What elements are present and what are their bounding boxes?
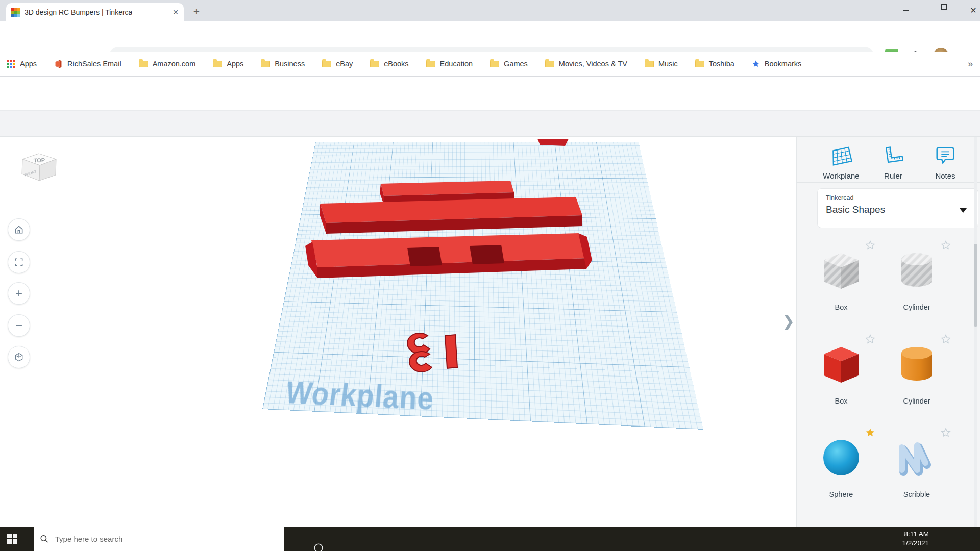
panel-collapse-chevron[interactable]: ❯ xyxy=(782,312,795,330)
folder-icon xyxy=(139,61,148,67)
panel-scrollbar-track[interactable] xyxy=(974,137,977,527)
window-minimize-button[interactable] xyxy=(891,0,921,20)
ruler-tool[interactable]: Ruler xyxy=(869,144,918,180)
model-parts[interactable] xyxy=(0,137,796,527)
office-icon xyxy=(54,60,63,68)
browser-toolbar: ← → tinkercad.com/things/9876Io6TMKk-rc-… xyxy=(0,21,980,52)
shape-sphere[interactable]: Sphere xyxy=(805,431,877,508)
bookmarks-overflow-chevron[interactable]: » xyxy=(968,59,973,69)
new-tab-button[interactable]: + xyxy=(190,6,203,19)
favorite-star-icon-filled[interactable] xyxy=(865,427,876,438)
favorite-star-icon[interactable] xyxy=(865,240,876,251)
scribble-thumb xyxy=(892,431,941,482)
shape-box-hole[interactable]: Box xyxy=(805,244,877,320)
folder-icon xyxy=(490,61,499,67)
bookmark-education[interactable]: Education xyxy=(426,60,473,68)
cylinder-hole-thumb xyxy=(892,244,941,295)
clock-time: 8:11 AM xyxy=(893,530,929,539)
windows-logo-icon xyxy=(7,533,18,544)
zoom-in-button[interactable]: + xyxy=(8,282,30,305)
ruler-icon xyxy=(881,144,905,167)
bookmark-ebooks[interactable]: eBooks xyxy=(370,60,408,68)
box-red-thumb xyxy=(817,338,866,389)
tinkercad-header: T I N K E R C A D RC Bumpers xyxy=(0,77,980,110)
favorite-star-icon[interactable] xyxy=(940,240,951,251)
tinkercad-toolbar: Import Export Send To xyxy=(0,110,980,137)
shape-cylinder-orange[interactable]: Cylinder xyxy=(881,338,952,414)
bookmark-ebay[interactable]: eBay xyxy=(322,60,353,68)
workplane-tool[interactable]: Workplane xyxy=(817,144,866,180)
perspective-toggle-button[interactable] xyxy=(8,346,30,368)
library-group-label: Tinkercad xyxy=(826,194,970,202)
browser-tab-strip: 3D design RC Bumpers | Tinkerca ✕ + ✕ xyxy=(0,0,980,21)
sphere-thumb xyxy=(817,431,866,482)
screen: 3D design RC Bumpers | Tinkerca ✕ + ✕ ← … xyxy=(0,0,980,551)
search-icon xyxy=(40,534,49,544)
bookmark-movies-tv[interactable]: Movies, Videos & TV xyxy=(545,60,627,68)
shape-cylinder-hole[interactable]: Cylinder xyxy=(881,244,952,320)
folder-icon xyxy=(370,61,379,67)
cortana-icon xyxy=(313,542,324,551)
browser-tab[interactable]: 3D design RC Bumpers | Tinkerca ✕ xyxy=(6,3,184,21)
folder-icon xyxy=(261,61,270,67)
taskbar-search-box[interactable] xyxy=(34,527,284,551)
bookmark-apps-folder[interactable]: Apps xyxy=(213,60,243,68)
folder-icon xyxy=(645,61,654,67)
bookmark-amazon[interactable]: Amazon.com xyxy=(139,60,196,68)
shape-scribble[interactable]: Scribble xyxy=(881,431,952,508)
folder-icon xyxy=(545,61,554,67)
window-close-button[interactable]: ✕ xyxy=(959,0,980,20)
blue-star-icon xyxy=(752,60,760,68)
favorite-star-icon[interactable] xyxy=(940,334,951,345)
workplane-icon xyxy=(829,144,853,167)
bookmark-business[interactable]: Business xyxy=(261,60,305,68)
taskbar-clock[interactable]: 8:11 AM 1/2/2021 xyxy=(893,530,929,548)
shape-box-red[interactable]: Box xyxy=(805,338,877,414)
start-button[interactable] xyxy=(0,527,24,551)
bookmark-bookmarks[interactable]: Bookmarks xyxy=(752,60,802,68)
fit-view-icon xyxy=(14,257,24,267)
folder-icon xyxy=(213,61,222,67)
design-viewport[interactable]: Workplane xyxy=(0,137,796,527)
shape-library-selector[interactable]: Tinkercad Basic Shapes xyxy=(817,188,978,228)
notes-icon xyxy=(934,144,957,167)
tinkercad-favicon xyxy=(11,8,20,17)
tab-close-icon[interactable]: ✕ xyxy=(173,9,179,16)
box-hole-thumb xyxy=(817,244,866,295)
folder-icon xyxy=(426,61,435,67)
bookmark-apps[interactable]: Apps xyxy=(7,60,37,68)
model-part-offscreen[interactable] xyxy=(537,139,569,146)
fit-view-button[interactable] xyxy=(8,251,30,273)
tab-title: 3D design RC Bumpers | Tinkerca xyxy=(24,8,132,16)
favorite-star-icon[interactable] xyxy=(865,334,876,345)
folder-icon xyxy=(322,61,331,67)
library-name: Basic Shapes xyxy=(826,204,970,215)
bookmark-toshiba[interactable]: Toshiba xyxy=(695,60,734,68)
bookmark-richsales-email[interactable]: RichSales Email xyxy=(54,60,121,68)
cortana-button[interactable] xyxy=(306,536,331,551)
bookmark-games[interactable]: Games xyxy=(490,60,528,68)
panel-tools-row: Workplane Ruler Notes xyxy=(817,144,970,180)
favorite-star-icon[interactable] xyxy=(940,427,951,438)
view-home-button[interactable] xyxy=(8,218,30,241)
window-restore-button[interactable] xyxy=(926,0,956,20)
folder-icon xyxy=(695,61,704,67)
bookmark-music[interactable]: Music xyxy=(645,60,678,68)
perspective-cube-icon xyxy=(14,352,24,362)
cylinder-orange-thumb xyxy=(892,338,941,389)
view-cube[interactable]: TOP FRONT xyxy=(0,137,82,198)
view-cube-top-label[interactable]: TOP xyxy=(33,157,45,163)
clock-date: 1/2/2021 xyxy=(893,539,929,548)
search-input[interactable] xyxy=(54,534,278,544)
home-icon xyxy=(14,224,24,235)
caret-down-icon xyxy=(960,208,967,213)
panel-divider xyxy=(796,182,980,183)
notes-tool[interactable]: Notes xyxy=(921,144,970,180)
bookmarks-bar: Apps RichSales Email Amazon.com Apps Bus… xyxy=(0,52,980,77)
panel-scrollbar-thumb[interactable] xyxy=(974,244,977,327)
apps-grid-icon xyxy=(7,60,15,68)
zoom-out-button[interactable]: − xyxy=(8,314,30,337)
